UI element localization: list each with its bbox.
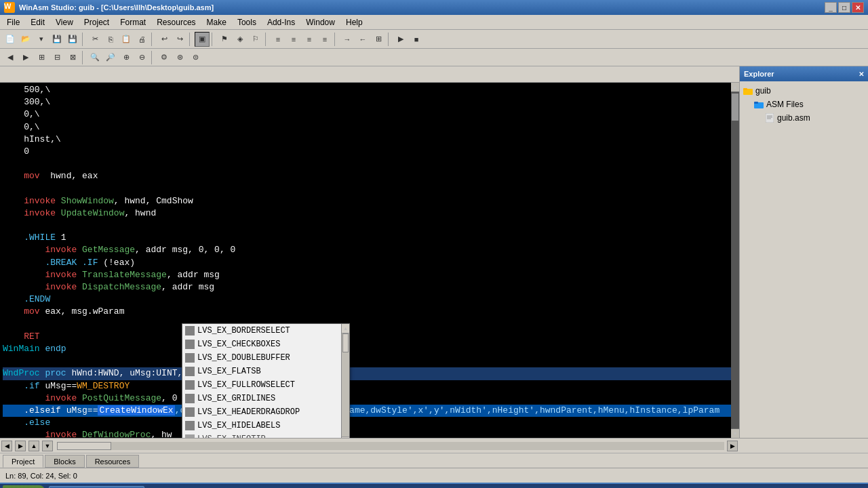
- ac-item-hidelabels[interactable]: LVS_EX_HIDELABELS: [182, 419, 341, 432]
- tab-resources[interactable]: Resources: [86, 455, 140, 468]
- close-button[interactable]: ✕: [852, 2, 864, 13]
- menu-tools[interactable]: Tools: [232, 16, 262, 29]
- copy-button[interactable]: ⎘: [103, 32, 118, 47]
- menu-help[interactable]: Help: [340, 16, 368, 29]
- code-line: [3, 355, 736, 367]
- start-button[interactable]: ⊞ start: [3, 485, 45, 488]
- save-button[interactable]: 💾: [50, 32, 64, 47]
- align-right[interactable]: ≡: [302, 32, 317, 47]
- undo-button[interactable]: ↩: [157, 32, 172, 47]
- hscrollbar-track[interactable]: [57, 442, 724, 450]
- scroll-down-button[interactable]: ▼: [342, 436, 349, 438]
- sep2: [151, 33, 155, 46]
- tb2-btn6[interactable]: 🔍: [87, 50, 102, 65]
- editor-scroll-down[interactable]: ▼: [731, 428, 739, 438]
- ac-item-icon: [185, 326, 195, 336]
- hscroll-right[interactable]: ▶: [727, 441, 738, 451]
- scroll-thumb[interactable]: [342, 333, 349, 352]
- nav-prev-button[interactable]: ◀: [1, 441, 12, 451]
- tb2-btn10[interactable]: ⚙: [157, 50, 172, 65]
- redo-button[interactable]: ↪: [172, 32, 187, 47]
- sep4: [212, 33, 215, 46]
- btn5[interactable]: ⚑: [217, 32, 232, 47]
- code-line: invoke DispatchMessage, addr msg: [3, 281, 736, 293]
- debug-btn[interactable]: ▶: [393, 32, 408, 47]
- format-btn[interactable]: ⊞: [371, 32, 386, 47]
- print-button[interactable]: 🖨: [134, 32, 149, 47]
- tree-item-asmfiles[interactable]: ASM Files: [743, 98, 865, 111]
- scroll-up-button[interactable]: ▲: [342, 324, 349, 333]
- nav-up-button[interactable]: ▲: [28, 441, 39, 451]
- btn6[interactable]: ◈: [233, 32, 248, 47]
- tb2-btn8[interactable]: ⊕: [119, 50, 134, 65]
- tb2-btn3[interactable]: ⊞: [34, 50, 49, 65]
- ac-item-infotip[interactable]: LVS_EX_INFOTIP: [182, 432, 341, 438]
- code-line: hInst,\: [3, 134, 736, 146]
- menu-file[interactable]: File: [1, 16, 25, 29]
- stop-btn[interactable]: ■: [409, 32, 424, 47]
- menubar: File Edit View Project Format Resources …: [0, 15, 868, 30]
- tb2-btn4[interactable]: ⊟: [50, 50, 64, 65]
- editor-scroll-up[interactable]: ▲: [731, 83, 739, 92]
- code-line: invoke UpdateWindow, hwnd: [3, 207, 736, 220]
- code-editor[interactable]: 500,\ 300,\ 0,\ 0,\ hInst,\ 0 mov hwnd, …: [0, 83, 739, 438]
- ac-item-fullrowselect[interactable]: LVS_EX_FULLROWSELECT: [182, 378, 341, 392]
- tree-item-root[interactable]: guib: [743, 84, 865, 98]
- save2-button[interactable]: 💾: [65, 32, 80, 47]
- tree-label-guibasm: guib.asm: [777, 113, 810, 123]
- ac-item-headerdragdrop[interactable]: LVS_EX_HEADERDRAGDROP: [182, 405, 341, 419]
- menu-resources[interactable]: Resources: [151, 16, 201, 29]
- tb2-btn11[interactable]: ⊛: [172, 50, 187, 65]
- nav-fwd[interactable]: ▶: [18, 50, 33, 65]
- maximize-button[interactable]: □: [838, 2, 850, 13]
- minimize-button[interactable]: _: [825, 2, 837, 13]
- explorer-close[interactable]: ✕: [859, 70, 864, 78]
- menu-view[interactable]: View: [50, 16, 79, 29]
- sep7: [388, 33, 391, 46]
- horizontal-scrollbar-area: ◀ ▶ ▲ ▼ ▶: [0, 438, 868, 453]
- btn7[interactable]: ⚐: [248, 32, 263, 47]
- ac-item-gridlines[interactable]: LVS_EX_GRIDLINES: [182, 392, 341, 405]
- nav-back[interactable]: ◀: [3, 50, 18, 65]
- nav-down-button[interactable]: ▼: [42, 441, 53, 451]
- ac-item-doublebuffer[interactable]: LVS_EX_DOUBLEBUFFER: [182, 351, 341, 365]
- open-dropdown[interactable]: ▾: [34, 32, 49, 47]
- align-btn[interactable]: ≡: [317, 32, 332, 47]
- tb2-btn7[interactable]: 🔎: [103, 50, 118, 65]
- tb2-btn5[interactable]: ⊠: [65, 50, 80, 65]
- outdent-btn[interactable]: ←: [355, 32, 370, 47]
- open-button[interactable]: 📂: [18, 32, 33, 47]
- ac-item-flatsb[interactable]: LVS_EX_FLATSB: [182, 365, 341, 378]
- menu-window[interactable]: Window: [300, 16, 340, 29]
- tree-label-guib: guib: [755, 86, 771, 96]
- menu-make[interactable]: Make: [201, 16, 232, 29]
- menu-edit[interactable]: Edit: [25, 16, 50, 29]
- menu-format[interactable]: Format: [115, 16, 151, 29]
- code-line: mov eax, msg.wParam: [3, 306, 736, 318]
- hscrollbar-thumb[interactable]: [57, 442, 111, 450]
- ac-item-icon: [185, 394, 195, 403]
- editor-scrollbar[interactable]: ▲ ▼: [731, 83, 739, 438]
- ac-item-checkboxes[interactable]: LVS_EX_CHECKBOXES: [182, 338, 341, 351]
- toggle-button[interactable]: ▣: [195, 32, 210, 47]
- editor-scroll-track: [731, 92, 739, 428]
- align-left[interactable]: ≡: [271, 32, 285, 47]
- indent-btn[interactable]: →: [340, 32, 355, 47]
- paste-button[interactable]: 📋: [119, 32, 134, 47]
- menu-project[interactable]: Project: [79, 16, 115, 29]
- tree-item-guibasm[interactable]: guib.asm: [743, 111, 865, 125]
- cut-button[interactable]: ✂: [87, 32, 102, 47]
- code-line: invoke TranslateMessage, addr msg: [3, 269, 736, 281]
- tab-project[interactable]: Project: [3, 455, 43, 468]
- editor-scroll-thumb[interactable]: [732, 94, 738, 121]
- ac-item-borderselect[interactable]: LVS_EX_BORDERSELECT: [182, 324, 341, 338]
- menu-addins[interactable]: Add-Ins: [262, 16, 300, 29]
- tab-blocks[interactable]: Blocks: [45, 455, 84, 468]
- tb2-btn9[interactable]: ⊖: [134, 50, 149, 65]
- autocomplete-scrollbar[interactable]: ▲ ▼: [341, 324, 349, 438]
- new-button[interactable]: 📄: [3, 32, 18, 47]
- align-center[interactable]: ≡: [286, 32, 301, 47]
- folder-icon: [743, 85, 753, 96]
- nav-next-button[interactable]: ▶: [15, 441, 26, 451]
- tb2-btn12[interactable]: ⊜: [188, 50, 203, 65]
